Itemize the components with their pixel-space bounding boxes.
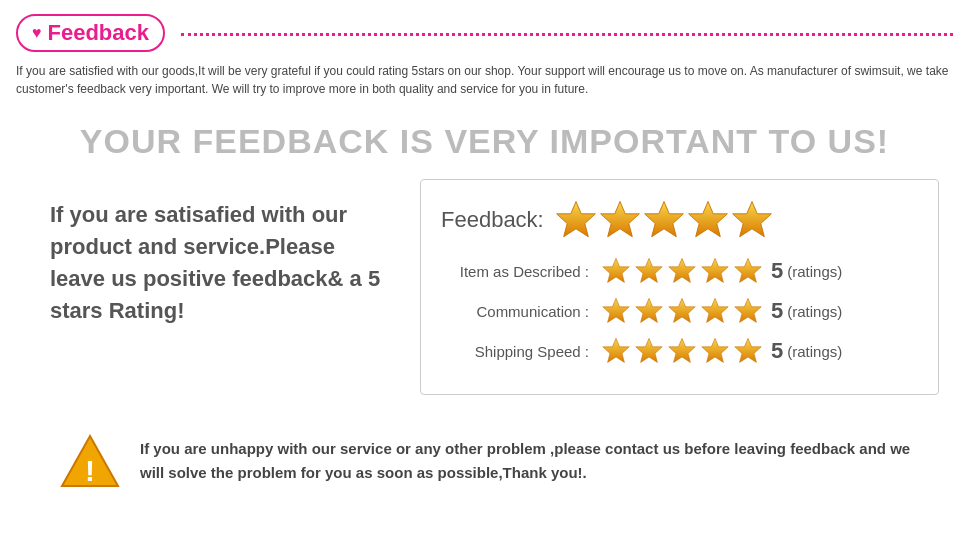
- svg-marker-2: [644, 202, 683, 237]
- star-c2: [634, 296, 664, 326]
- svg-marker-0: [556, 202, 595, 237]
- shipping-score: 5: [771, 338, 783, 364]
- svg-text:!: !: [85, 454, 95, 487]
- headline: YOUR FEEDBACK IS VERY IMPORTANT TO US!: [0, 108, 969, 179]
- star-3: [642, 198, 686, 242]
- feedback-box: Feedback: Item as Described :: [420, 179, 939, 395]
- svg-marker-6: [636, 258, 662, 282]
- star-s4: [700, 336, 730, 366]
- star-i4: [700, 256, 730, 286]
- star-4: [686, 198, 730, 242]
- star-c3: [667, 296, 697, 326]
- svg-marker-7: [669, 258, 695, 282]
- star-i5: [733, 256, 763, 286]
- svg-marker-8: [702, 258, 728, 282]
- svg-marker-11: [636, 298, 662, 322]
- item-described-row: Item as Described : 5 (ratings): [441, 256, 918, 286]
- shipping-row: Shipping Speed : 5 (ratings): [441, 336, 918, 366]
- star-i2: [634, 256, 664, 286]
- star-i1: [601, 256, 631, 286]
- star-c1: [601, 296, 631, 326]
- star-s2: [634, 336, 664, 366]
- svg-marker-12: [669, 298, 695, 322]
- svg-marker-5: [603, 258, 629, 282]
- communication-stars: [601, 296, 763, 326]
- star-c5: [733, 296, 763, 326]
- warning-icon: !: [60, 431, 120, 494]
- shipping-unit: (ratings): [787, 343, 842, 360]
- star-2: [598, 198, 642, 242]
- svg-marker-14: [735, 298, 761, 322]
- communication-label: Communication :: [441, 303, 601, 320]
- svg-marker-19: [735, 338, 761, 362]
- svg-marker-1: [600, 202, 639, 237]
- svg-marker-18: [702, 338, 728, 362]
- warning-row: ! If you are unhappy with our service or…: [0, 415, 969, 514]
- star-5: [730, 198, 774, 242]
- svg-marker-17: [669, 338, 695, 362]
- feedback-title-row: Feedback:: [441, 198, 918, 242]
- communication-unit: (ratings): [787, 303, 842, 320]
- dotted-divider: [181, 33, 953, 36]
- feedback-badge: ♥ Feedback: [16, 14, 165, 52]
- item-described-label: Item as Described :: [441, 263, 601, 280]
- svg-marker-16: [636, 338, 662, 362]
- warning-text: If you are unhappy with our service or a…: [140, 431, 929, 485]
- shipping-label: Shipping Speed :: [441, 343, 601, 360]
- star-i3: [667, 256, 697, 286]
- item-described-score: 5: [771, 258, 783, 284]
- star-s3: [667, 336, 697, 366]
- star-s1: [601, 336, 631, 366]
- header-row: ♥ Feedback: [0, 0, 969, 58]
- star-c4: [700, 296, 730, 326]
- star-s5: [733, 336, 763, 366]
- heart-icon: ♥: [32, 24, 42, 42]
- svg-marker-13: [702, 298, 728, 322]
- svg-marker-10: [603, 298, 629, 322]
- svg-marker-9: [735, 258, 761, 282]
- communication-row: Communication : 5 (ratings): [441, 296, 918, 326]
- item-described-stars: [601, 256, 763, 286]
- communication-score: 5: [771, 298, 783, 324]
- main-content: If you are satisafied with our product a…: [0, 179, 969, 415]
- svg-marker-15: [603, 338, 629, 362]
- left-text: If you are satisafied with our product a…: [30, 179, 390, 327]
- item-described-unit: (ratings): [787, 263, 842, 280]
- shipping-stars: [601, 336, 763, 366]
- feedback-title: Feedback: [48, 20, 150, 46]
- feedback-box-title: Feedback:: [441, 207, 544, 233]
- subtitle-text: If you are satisfied with our goods,It w…: [0, 58, 969, 108]
- svg-marker-3: [688, 202, 727, 237]
- svg-marker-4: [732, 202, 771, 237]
- star-1: [554, 198, 598, 242]
